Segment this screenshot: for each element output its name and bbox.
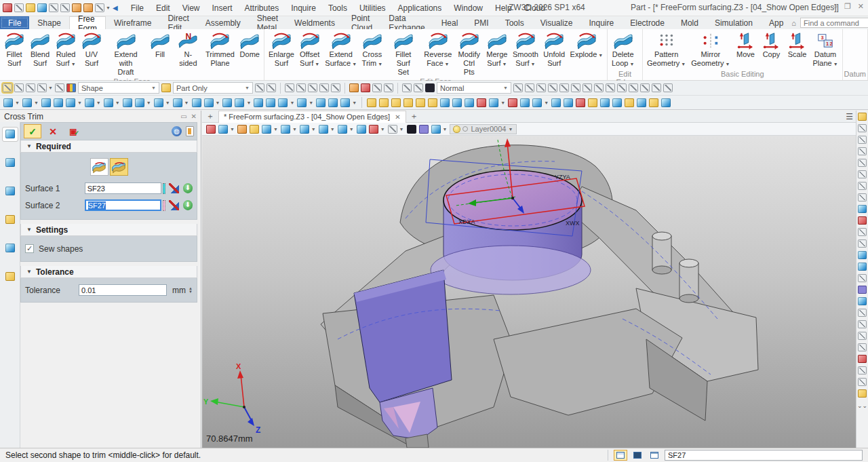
surface2-repick-icon[interactable] — [169, 200, 178, 210]
net-icon[interactable] — [135, 98, 144, 107]
viewport[interactable]: YZYA XDXA XWX X Y Z 70.8647mm — [202, 136, 856, 448]
add-icon[interactable] — [14, 83, 24, 92]
menu-edit[interactable]: Edit — [150, 3, 176, 13]
tab-wireframe[interactable]: Wireframe — [106, 16, 159, 29]
dropdown-arrow-icon[interactable]: ▼ — [378, 62, 382, 66]
sew-shapes-checkbox[interactable]: ✓ — [25, 244, 34, 253]
wye-icon[interactable] — [858, 170, 867, 178]
tab-shape[interactable]: Shape — [29, 16, 69, 29]
grid-view-icon[interactable] — [319, 125, 328, 134]
extend-with-draft-button[interactable]: Extend withDraft — [104, 31, 147, 77]
emboss-icon[interactable] — [266, 98, 275, 107]
line-icon[interactable] — [559, 83, 569, 92]
tab-pmi[interactable]: PMI — [466, 16, 496, 29]
tab-assembly[interactable]: Assembly — [197, 16, 249, 29]
layer-visibility-bulb-icon[interactable] — [454, 126, 460, 132]
keyboard-icon[interactable] — [858, 239, 867, 248]
window-minimize-icon[interactable]: ○ — [833, 2, 837, 11]
color-filter-icon[interactable] — [66, 83, 76, 92]
ok-button[interactable]: ✓ — [24, 124, 41, 138]
dropdown-arrow-icon[interactable]: ▼ — [146, 100, 151, 105]
menu-tools[interactable]: Tools — [322, 3, 353, 13]
add-tab-icon[interactable]: ＋ — [406, 111, 422, 122]
info-icon[interactable]: ◍ — [172, 126, 182, 136]
open-file-icon[interactable] — [26, 3, 35, 12]
bridge-icon[interactable] — [858, 182, 867, 190]
fillet-icon[interactable] — [154, 98, 163, 107]
loft-icon[interactable] — [104, 98, 113, 107]
draft-icon[interactable] — [235, 98, 244, 107]
revolve-icon[interactable] — [85, 98, 94, 107]
globe-icon[interactable] — [661, 98, 671, 107]
dropdown-arrow-icon[interactable]: ▼ — [34, 100, 39, 105]
dropdown-arrow-icon[interactable]: ▼ — [352, 100, 357, 105]
regen-icon[interactable] — [95, 3, 104, 12]
ellipse-icon[interactable] — [594, 83, 604, 92]
flag-icon[interactable] — [508, 98, 517, 107]
orient-icon[interactable] — [532, 98, 542, 107]
panel-float-icon[interactable]: ▭ — [180, 113, 186, 120]
smooth-surf-button[interactable]: SmoothSurf▼ — [510, 31, 540, 69]
surface2-input[interactable]: SF27 — [85, 199, 161, 211]
pencil-icon[interactable] — [367, 98, 376, 107]
surface2-insert-icon[interactable]: ⬇ — [183, 200, 193, 210]
ruler-icon[interactable] — [379, 98, 389, 107]
section-icon[interactable] — [369, 125, 378, 134]
trim-mode-second-toggle[interactable] — [110, 158, 128, 176]
dropdown-arrow-icon[interactable]: ▼ — [273, 127, 278, 132]
cube-wire-icon[interactable] — [300, 125, 309, 134]
filter-add-icon[interactable] — [37, 83, 47, 92]
dropdown-arrow-icon[interactable]: ▼ — [184, 100, 189, 105]
drop-a-icon[interactable] — [440, 98, 450, 107]
gear-icon[interactable] — [858, 193, 867, 201]
tab-heal[interactable]: Heal — [433, 16, 467, 29]
dropdown-arrow-icon[interactable]: ▼ — [544, 100, 549, 105]
tolerance-spinner[interactable]: ▲▼ — [189, 287, 193, 294]
tolerance-input[interactable]: 0.01 — [79, 284, 167, 296]
offset-surf-button[interactable]: OffsetSurf▼ — [297, 31, 323, 69]
squiggle-icon[interactable] — [858, 309, 867, 317]
dropdown-arrow-icon[interactable]: ▼ — [216, 100, 220, 105]
cross-trim-button[interactable]: CrossTrim▼ — [359, 31, 385, 69]
pick-icon[interactable] — [513, 83, 523, 92]
blend-surf-button[interactable]: BlendSurf — [27, 31, 53, 69]
find-command-box[interactable]: ⚲ — [800, 18, 868, 28]
tab-point-cloud[interactable]: Point Cloud — [343, 16, 380, 29]
exit-icon[interactable] — [206, 125, 216, 134]
wrap-icon[interactable] — [66, 98, 75, 107]
window-zoom-icon[interactable] — [357, 125, 366, 134]
sew-icon[interactable] — [316, 98, 326, 107]
menu-attributes[interactable]: Attributes — [238, 3, 285, 13]
new-document-icon[interactable] — [14, 3, 24, 12]
tab-tools[interactable]: Tools — [497, 16, 532, 29]
gear-b-icon[interactable] — [858, 228, 867, 236]
arrow-x-icon[interactable] — [858, 355, 867, 363]
layer-select[interactable]: Layer0004▼ — [450, 124, 517, 134]
modify-ctrl-pts-button[interactable]: ModifyCtrl Pts — [454, 31, 484, 77]
pattern-geometry-button[interactable]: PatternGeometry▼ — [644, 31, 688, 69]
select-arrow-icon[interactable] — [3, 83, 12, 92]
curve-pink-icon[interactable] — [858, 286, 867, 294]
morph-icon[interactable] — [340, 98, 350, 107]
dropdown-arrow-icon[interactable]: ▼ — [598, 53, 603, 58]
route-icon[interactable] — [489, 98, 498, 107]
doc-new-icon[interactable] — [349, 83, 359, 92]
triad-icon[interactable] — [858, 320, 867, 328]
shade-b-icon[interactable] — [663, 83, 673, 92]
circle-dot-icon[interactable] — [583, 83, 592, 92]
dropdown-arrow-icon[interactable]: ▼ — [443, 127, 448, 132]
dropdown-arrow-icon[interactable]: ▼ — [502, 62, 507, 66]
magnify-icon[interactable] — [520, 98, 530, 107]
window-bar-icon[interactable] — [648, 450, 661, 461]
dropdown-arrow-icon[interactable]: ▼ — [500, 100, 505, 105]
person-icon[interactable] — [416, 98, 425, 107]
tab-weldments[interactable]: Weldments — [286, 16, 343, 29]
dropdown-icon[interactable]: ▼ — [106, 5, 111, 10]
curve-n-icon[interactable] — [606, 83, 615, 92]
dropdown-arrow-icon[interactable]: ▼ — [349, 127, 354, 132]
undo-icon[interactable] — [72, 3, 81, 12]
globe-icon[interactable] — [858, 216, 867, 225]
cancel-button[interactable]: ✕ — [44, 124, 62, 138]
fill-button[interactable]: Fill — [147, 31, 173, 60]
sort-desc-icon[interactable] — [267, 83, 276, 92]
